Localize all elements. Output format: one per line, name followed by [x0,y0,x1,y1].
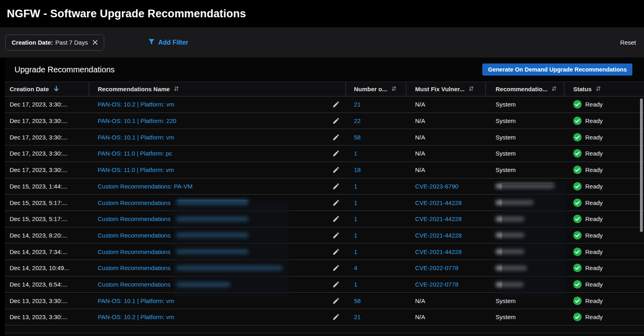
status-value: Ready [585,183,603,190]
edit-pencil-button[interactable] [332,133,340,141]
must-fix-value[interactable]: CVE-2022-0778 [415,281,459,288]
table-row: Dec 13, 2023, 3:30:... PAN-OS: 10.1 | Pl… [5,293,644,309]
recommended-by-value: System [496,297,516,304]
recommendation-name-link[interactable]: PAN-OS: 10.1 | Platform: vm [98,297,174,304]
table-row: Dec 13, 2023, 3:30:... PAN-OS: 10.2 | Pl… [5,309,644,326]
table-row: Dec 17, 2023, 3:30:... PAN-OS: 11.0 | Pl… [5,145,644,162]
column-header-creation-date[interactable]: Creation Date [5,82,89,96]
cell-recommendation-by: System [486,145,564,162]
cell-recommendations-name: PAN-OS: 10.2 | Platform: vm [89,309,346,325]
cell-status: Ready [564,178,644,195]
chip-close-icon[interactable] [93,40,98,45]
number-of-devices-link[interactable]: 1 [354,248,357,255]
number-of-devices-link[interactable]: 1 [354,150,357,157]
column-header-recommendation-by[interactable]: Recommendatio... [486,82,564,96]
redacted-name-blur [176,200,249,205]
must-fix-value[interactable]: CVE-2022-0778 [415,264,459,271]
cell-number-of: 1 [346,227,406,244]
recommendation-name-link[interactable]: Custom Recommendations [98,281,171,288]
number-of-devices-link[interactable]: 1 [354,281,357,288]
cell-must-fix: N/A [406,145,486,162]
recommendation-name-link[interactable]: Custom Recommendations: PA-VM [98,183,193,190]
cell-recommendations-name: PAN-OS: 10.1 | Platform: vm [89,293,346,309]
add-filter-label: Add Filter [158,39,188,46]
column-label: Recommendations Name [98,86,170,92]
edit-pencil-button[interactable] [332,297,340,305]
edit-pencil-button[interactable] [332,232,340,239]
vertical-scrollbar-thumb[interactable] [640,98,643,232]
must-fix-value[interactable]: CVE-2023-6790 [415,183,459,190]
number-of-devices-link[interactable]: 4 [354,264,357,271]
recommendation-name-link[interactable]: Custom Recommendations [98,264,171,271]
number-of-devices-link[interactable]: 1 [354,183,357,190]
recommendation-name-link[interactable]: PAN-OS: 10.1 | Platform: vm [98,134,174,141]
redacted-recommended-by-blur [496,249,525,254]
recommendation-name-link[interactable]: PAN-OS: 10.2 | Platform: vm [98,101,174,108]
must-fix-value[interactable]: CVE-2021-44228 [415,248,462,255]
must-fix-value[interactable]: CVE-2021-44228 [415,215,462,222]
creation-date-value: Dec 13, 2023, 3:30:... [10,313,67,320]
edit-pencil-button[interactable] [332,100,340,108]
number-of-devices-link[interactable]: 1 [354,232,357,239]
column-header-number-of[interactable]: Number o... [346,82,406,96]
cell-recommendations-name: Custom Recommendations: PA-VM [89,178,346,195]
redacted-recommended-by-blur [496,217,525,221]
edit-pencil-button[interactable] [332,150,340,157]
cell-recommendation-by [486,211,564,227]
cell-recommendation-by: System [486,129,564,145]
ready-check-icon [573,264,582,272]
column-header-recommendations-name[interactable]: Recommendations Name [89,82,346,96]
recommendation-name-link[interactable]: PAN-OS: 10.1 | Platform: 220 [98,117,176,124]
number-of-devices-link[interactable]: 22 [354,117,361,124]
recommendation-name-link[interactable]: PAN-OS: 10.2 | Platform: vm [98,313,174,320]
status-value: Ready [585,297,603,304]
recommendation-name-link[interactable]: PAN-OS: 11.0 | Platform: vm [98,166,174,173]
number-of-devices-link[interactable]: 21 [354,313,361,320]
column-header-must-fix-vulnerabilities[interactable]: Must Fix Vulner... [406,82,486,96]
recommendation-name-link[interactable]: Custom Recommendations [98,215,171,222]
number-of-devices-link[interactable]: 21 [354,101,361,108]
number-of-devices-link[interactable]: 58 [354,297,361,304]
cell-creation-date: Dec 13, 2023, 3:30:... [5,293,89,309]
reset-button[interactable]: Reset [620,39,636,46]
redacted-recommended-by-blur [496,184,555,188]
column-header-status[interactable]: Status [564,82,644,96]
edit-pencil-button[interactable] [332,313,340,321]
number-of-devices-link[interactable]: 18 [354,166,361,173]
funnel-icon [148,39,154,46]
edit-pencil-button[interactable] [332,281,340,288]
cell-must-fix: CVE-2022-0778 [406,260,486,276]
must-fix-value[interactable]: CVE-2021-44228 [415,199,462,206]
must-fix-value[interactable]: CVE-2021-44228 [415,232,462,239]
number-of-devices-link[interactable]: 1 [354,215,357,222]
filter-chip-creation-date[interactable]: Creation Date: Past 7 Days [5,35,104,51]
recommendation-name-link[interactable]: Custom Recommendations [98,232,171,239]
number-of-devices-link[interactable]: 1 [354,199,357,206]
edit-pencil-button[interactable] [332,117,340,125]
edit-pencil-button[interactable] [332,215,340,223]
cell-number-of: 58 [346,293,406,309]
edit-pencil-button[interactable] [332,182,340,190]
recommendation-name-link[interactable]: Custom Recommendations [98,248,171,255]
cell-must-fix: N/A [406,96,486,113]
cell-must-fix: CVE-2021-44228 [406,195,486,211]
add-filter-button[interactable]: Add Filter [148,39,188,46]
creation-date-value: Dec 15, 2023, 1:44:... [10,183,67,190]
cell-creation-date: Dec 14, 2023, 7:34:... [5,244,89,260]
cell-must-fix: N/A [406,162,486,178]
redacted-name-blur [176,233,249,238]
status-value: Ready [585,101,603,108]
edit-pencil-button[interactable] [332,264,340,272]
edit-pencil-button[interactable] [332,199,340,207]
cell-recommendations-name: Custom Recommendations [89,260,346,276]
number-of-devices-link[interactable]: 58 [354,134,361,141]
edit-pencil-button[interactable] [332,166,340,174]
redacted-name-blur [176,249,249,254]
edit-pencil-button[interactable] [332,248,340,256]
upgrade-recommendations-panel: Upgrade Recommendations Generate On Dema… [5,57,644,336]
cell-status: Ready [564,260,644,276]
generate-on-demand-button[interactable]: Generate On Demand Upgrade Recommendatio… [482,64,632,76]
recommendation-name-link[interactable]: Custom Recommendations [98,199,171,206]
cell-status: Ready [564,293,644,309]
recommendation-name-link[interactable]: PAN-OS: 11.0 | Platform: pc [98,150,172,157]
